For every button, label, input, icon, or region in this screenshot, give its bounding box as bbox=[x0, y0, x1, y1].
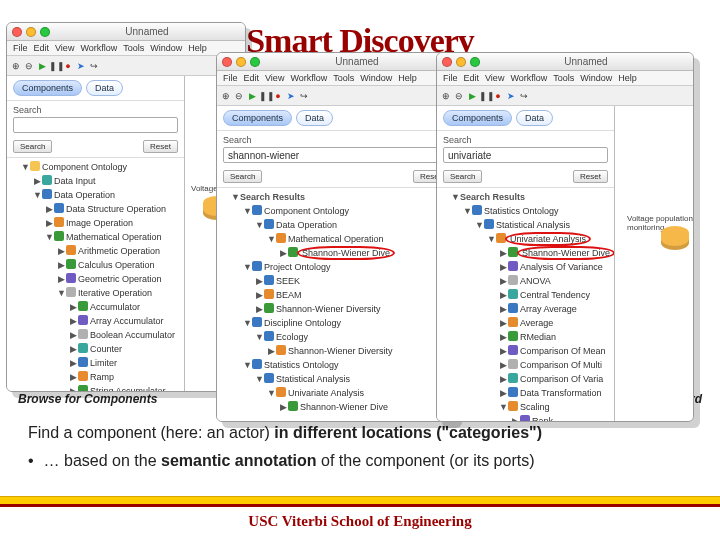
tree-node[interactable]: ▶Calculus Operation bbox=[57, 258, 184, 272]
disclosure-icon[interactable]: ▶ bbox=[57, 258, 66, 272]
menu-file[interactable]: File bbox=[223, 73, 238, 83]
tab-data[interactable]: Data bbox=[516, 110, 553, 126]
disclosure-icon[interactable]: ▶ bbox=[499, 372, 508, 386]
menu-file[interactable]: File bbox=[13, 43, 28, 53]
zoom-out-icon[interactable]: ⊖ bbox=[23, 60, 35, 72]
disclosure-icon[interactable]: ▶ bbox=[69, 328, 78, 342]
tree-node[interactable]: ▼Ecology▶Shannon-Wiener Diversity bbox=[255, 330, 454, 358]
tree-node[interactable]: ▼Univariate Analysis▶Shannon-Wiener Dive bbox=[267, 386, 454, 414]
close-icon[interactable] bbox=[12, 27, 22, 37]
arrow-icon[interactable]: ↪ bbox=[298, 90, 310, 102]
tree-node[interactable]: ▶Shannon-Wiener Diversity bbox=[255, 302, 454, 316]
tree-node[interactable]: ▼Data Operation▶Data Structure Operation… bbox=[33, 188, 184, 391]
tree-group[interactable]: ▼Component Ontology▼Data Operation▼Mathe… bbox=[243, 204, 454, 260]
arrow-icon[interactable]: ↪ bbox=[518, 90, 530, 102]
menu-window[interactable]: Window bbox=[580, 73, 612, 83]
tree-node[interactable]: ▶Counter bbox=[69, 342, 184, 356]
disclosure-icon[interactable]: ▶ bbox=[69, 356, 78, 370]
disclosure-icon[interactable]: ▼ bbox=[33, 188, 42, 202]
disclosure-icon[interactable]: ▶ bbox=[45, 216, 54, 230]
disclosure-icon[interactable]: ▶ bbox=[499, 344, 508, 358]
menu-help[interactable]: Help bbox=[618, 73, 637, 83]
stop-icon[interactable]: ● bbox=[492, 90, 504, 102]
search-input[interactable] bbox=[443, 147, 608, 163]
menu-tools[interactable]: Tools bbox=[553, 73, 574, 83]
tree-node[interactable]: ▶Limiter bbox=[69, 356, 184, 370]
menu-window[interactable]: Window bbox=[360, 73, 392, 83]
tree-node[interactable]: ▶Shannon-Wiener Dive bbox=[279, 400, 454, 414]
search-input[interactable] bbox=[223, 147, 448, 163]
tree-node[interactable]: ▶Data Structure Operation bbox=[45, 202, 184, 216]
disclosure-icon[interactable]: ▶ bbox=[69, 384, 78, 391]
play-icon[interactable]: ▶ bbox=[36, 60, 48, 72]
disclosure-icon[interactable]: ▼ bbox=[45, 230, 54, 244]
reset-button[interactable]: Reset bbox=[573, 170, 608, 183]
search-button[interactable]: Search bbox=[223, 170, 262, 183]
disclosure-icon[interactable]: ▶ bbox=[267, 344, 276, 358]
tree-node[interactable]: ▼Mathematical Operation▶Arithmetic Opera… bbox=[45, 230, 184, 391]
disclosure-icon[interactable]: ▼ bbox=[57, 286, 66, 300]
tree-node[interactable]: ▼Statistical Analysis▼Univariate Analysi… bbox=[475, 218, 614, 421]
search-input[interactable] bbox=[13, 117, 178, 133]
disclosure-icon[interactable]: ▶ bbox=[499, 358, 508, 372]
tree-node[interactable]: ▶Shannon-Wiener Diversity bbox=[267, 344, 454, 358]
disclosure-icon[interactable]: ▶ bbox=[499, 330, 508, 344]
tree-node[interactable]: ▶RMedian bbox=[499, 330, 614, 344]
tab-components[interactable]: Components bbox=[223, 110, 292, 126]
component-tree[interactable]: ▼Component Ontology▶Data Input▼Data Oper… bbox=[7, 158, 184, 391]
tree-node[interactable]: ▶Array Average bbox=[499, 302, 614, 316]
search-button[interactable]: Search bbox=[443, 170, 482, 183]
disclosure-icon[interactable]: ▶ bbox=[45, 202, 54, 216]
disclosure-icon[interactable]: ▼ bbox=[487, 232, 496, 246]
stop-icon[interactable]: ● bbox=[62, 60, 74, 72]
tree-node[interactable]: ▶Comparison Of Multi bbox=[499, 358, 614, 372]
tree-node[interactable]: ▶Shannon-Wiener Dive bbox=[279, 246, 454, 260]
zoom-icon[interactable] bbox=[470, 57, 480, 67]
disclosure-icon[interactable]: ▼ bbox=[475, 218, 484, 232]
tree-group[interactable]: ▼Project Ontology▶SEEK▶BEAM▶Shannon-Wien… bbox=[243, 260, 454, 316]
step-icon[interactable]: ➤ bbox=[75, 60, 87, 72]
tree-group[interactable]: ▼Statistics Ontology▼Statistical Analysi… bbox=[463, 204, 614, 421]
play-icon[interactable]: ▶ bbox=[466, 90, 478, 102]
pause-icon[interactable]: ❚❚ bbox=[259, 90, 271, 102]
menu-view[interactable]: View bbox=[265, 73, 284, 83]
minimize-icon[interactable] bbox=[26, 27, 36, 37]
reset-button[interactable]: Reset bbox=[143, 140, 178, 153]
disclosure-icon[interactable]: ▶ bbox=[499, 302, 508, 316]
disclosure-icon[interactable]: ▶ bbox=[279, 246, 288, 260]
disclosure-icon[interactable]: ▶ bbox=[57, 272, 66, 286]
tree-node[interactable]: ▶Data Transformation bbox=[499, 386, 614, 400]
disclosure-icon[interactable]: ▶ bbox=[499, 386, 508, 400]
disclosure-icon[interactable]: ▼ bbox=[255, 330, 264, 344]
tree-node[interactable]: ▶Shannon-Wiener Dive bbox=[499, 246, 614, 260]
disclosure-icon[interactable]: ▼ bbox=[255, 218, 264, 232]
disclosure-icon[interactable]: ▶ bbox=[279, 400, 288, 414]
disclosure-icon[interactable]: ▶ bbox=[69, 300, 78, 314]
disclosure-icon[interactable]: ▶ bbox=[499, 260, 508, 274]
search-results-tree[interactable]: ▼Search Results▼Statistics Ontology▼Stat… bbox=[437, 188, 614, 421]
disclosure-icon[interactable]: ▶ bbox=[255, 274, 264, 288]
zoom-icon[interactable] bbox=[250, 57, 260, 67]
tree-node[interactable]: ▼Statistical Analysis▼Univariate Analysi… bbox=[255, 372, 454, 414]
disclosure-icon[interactable]: ▶ bbox=[69, 342, 78, 356]
pause-icon[interactable]: ❚❚ bbox=[49, 60, 61, 72]
tab-components[interactable]: Components bbox=[13, 80, 82, 96]
menu-edit[interactable]: Edit bbox=[34, 43, 50, 53]
workflow-canvas[interactable]: Voltage population monitoring bbox=[615, 106, 693, 421]
zoom-icon[interactable] bbox=[40, 27, 50, 37]
menu-window[interactable]: Window bbox=[150, 43, 182, 53]
disclosure-icon[interactable]: ▶ bbox=[499, 288, 508, 302]
tree-node[interactable]: ▶Array Accumulator bbox=[69, 314, 184, 328]
tree-node[interactable]: ▶BEAM bbox=[255, 288, 454, 302]
tab-data[interactable]: Data bbox=[296, 110, 333, 126]
tree-group[interactable]: ▼Statistics Ontology▼Statistical Analysi… bbox=[243, 358, 454, 414]
menu-view[interactable]: View bbox=[55, 43, 74, 53]
disclosure-icon[interactable]: ▼ bbox=[255, 372, 264, 386]
zoom-out-icon[interactable]: ⊖ bbox=[453, 90, 465, 102]
zoom-in-icon[interactable]: ⊕ bbox=[220, 90, 232, 102]
close-icon[interactable] bbox=[442, 57, 452, 67]
tree-node[interactable]: ▶Central Tendency bbox=[499, 288, 614, 302]
stop-icon[interactable]: ● bbox=[272, 90, 284, 102]
tree-node[interactable]: ▶ANOVA bbox=[499, 274, 614, 288]
tree-node[interactable]: ▼Data Operation▼Mathematical Operation▶S… bbox=[255, 218, 454, 260]
